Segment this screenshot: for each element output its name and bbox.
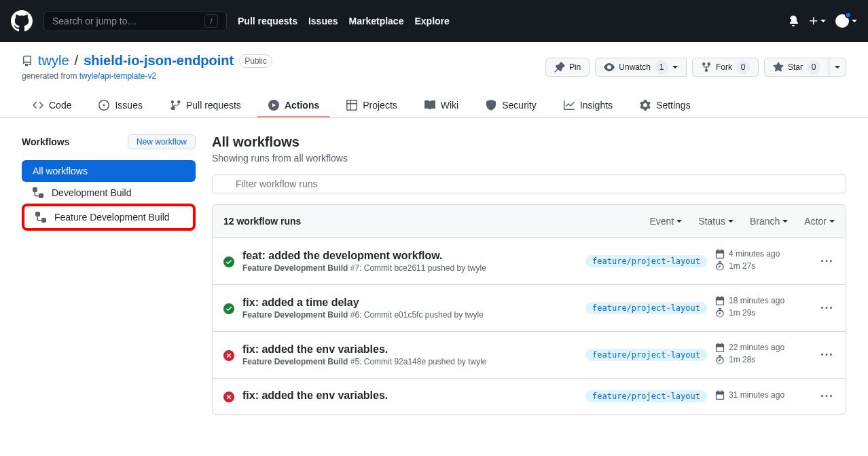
tab-projects[interactable]: Projects (336, 94, 408, 117)
sidebar-item-feature-development-build[interactable]: Feature Development Build (22, 204, 196, 231)
run-menu-button[interactable] (818, 391, 835, 402)
chevron-down-icon (728, 220, 734, 223)
star-menu-button[interactable] (829, 58, 846, 77)
repo-tabs: CodeIssuesPull requestsActionsProjectsWi… (22, 94, 846, 117)
workflow-icon (35, 212, 46, 223)
workflows-content: All workflows Showing runs from all work… (212, 134, 846, 415)
workflow-run[interactable]: fix: added the env variables.Feature Dev… (213, 332, 846, 379)
repo-name-link[interactable]: shield-io-json-endpoint (84, 53, 234, 69)
branch-label[interactable]: feature/project-layout (585, 302, 707, 314)
new-workflow-button[interactable]: New workflow (128, 134, 196, 149)
nav-pull-requests[interactable]: Pull requests (238, 16, 297, 26)
create-menu[interactable] (808, 16, 826, 26)
run-title: fix: added the env variables. (242, 343, 577, 356)
run-menu-button[interactable] (818, 256, 835, 267)
nav-marketplace[interactable]: Marketplace (349, 16, 404, 26)
repo-actions: Pin Unwatch 1 Fork 0 Star 0 (545, 58, 846, 77)
filter-event[interactable]: Event (649, 216, 682, 227)
avatar (835, 14, 849, 28)
run-menu-button[interactable] (818, 303, 835, 314)
chevron-down-icon (852, 20, 857, 22)
run-meta: 31 minutes ago (715, 390, 810, 402)
tab-icon (424, 100, 435, 111)
repo-owner-link[interactable]: twyle (38, 53, 69, 69)
repo-title-block: twyle / shield-io-json-endpoint Public g… (22, 53, 272, 81)
calendar-icon (715, 343, 725, 352)
workflow-run[interactable]: feat: added the development workflow.Fea… (213, 238, 846, 285)
sidebar-item-all-workflows[interactable]: All workflows (22, 160, 196, 182)
filter-runs-input[interactable] (212, 174, 846, 193)
calendar-icon (715, 249, 725, 259)
nav-explore[interactable]: Explore (414, 16, 449, 26)
tab-security[interactable]: Security (475, 94, 547, 117)
tab-icon (564, 100, 575, 111)
run-menu-button[interactable] (818, 349, 835, 360)
tab-issues[interactable]: Issues (88, 94, 153, 117)
visibility-badge: Public (239, 54, 272, 68)
tab-code[interactable]: Code (22, 94, 82, 117)
run-meta: 22 minutes ago1m 28s (715, 343, 810, 367)
kebab-icon (821, 391, 832, 402)
sidebar-item-development-build[interactable]: Development Build (22, 182, 196, 204)
fork-button[interactable]: Fork 0 (692, 58, 759, 77)
eye-icon (604, 62, 615, 73)
runs-list: 12 workflow runs EventStatusBranchActor … (212, 204, 846, 415)
nav-issues[interactable]: Issues (308, 16, 338, 26)
header-right (788, 14, 857, 28)
kebab-icon (821, 349, 832, 360)
tab-actions[interactable]: Actions (257, 94, 330, 117)
runs-count: 12 workflow runs (223, 216, 301, 227)
github-logo-icon[interactable] (11, 10, 33, 32)
tab-icon (346, 100, 357, 111)
chevron-down-icon (676, 220, 682, 223)
run-title: feat: added the development workflow. (242, 250, 577, 262)
sidebar-title: Workflows (22, 136, 70, 147)
run-title: fix: added a time delay (242, 297, 577, 309)
watch-count: 1 (655, 60, 668, 74)
tab-insights[interactable]: Insights (553, 94, 623, 117)
stopwatch-icon (715, 308, 725, 318)
fork-icon (701, 62, 712, 73)
pin-button[interactable]: Pin (545, 58, 590, 77)
failure-icon (223, 392, 234, 402)
calendar-icon (715, 390, 725, 400)
calendar-icon (715, 296, 725, 305)
page-title: All workflows (212, 134, 846, 150)
success-icon (223, 256, 234, 267)
branch-label[interactable]: feature/project-layout (585, 390, 707, 402)
header-left: Search or jump to… / Pull requests Issue… (11, 10, 450, 32)
pin-icon (554, 62, 565, 73)
repo-header: twyle / shield-io-json-endpoint Public g… (0, 42, 868, 118)
template-repo-link[interactable]: twyle/api-template-v2 (79, 71, 156, 81)
chevron-down-icon (835, 66, 840, 69)
unwatch-button[interactable]: Unwatch 1 (595, 58, 687, 77)
run-description: Feature Development Build #5: Commit 92a… (242, 357, 577, 366)
workflow-icon (33, 187, 43, 198)
filter-actor[interactable]: Actor (804, 216, 835, 227)
filter-branch[interactable]: Branch (750, 216, 788, 227)
tab-settings[interactable]: Settings (629, 94, 702, 117)
sidebar-item-label: Development Build (52, 187, 132, 198)
branch-label[interactable]: feature/project-layout (585, 255, 707, 267)
tab-pull-requests[interactable]: Pull requests (159, 94, 252, 117)
tab-icon (98, 100, 109, 111)
star-button[interactable]: Star 0 (764, 58, 829, 77)
workflow-run[interactable]: fix: added a time delayFeature Developme… (213, 285, 846, 332)
filter-status[interactable]: Status (698, 216, 734, 227)
bell-icon[interactable] (788, 16, 799, 26)
page-subtitle: Showing runs from all workflows (212, 153, 846, 164)
branch-label[interactable]: feature/project-layout (585, 349, 707, 361)
stopwatch-icon (715, 261, 725, 271)
run-description: Feature Development Build #7: Commit bce… (242, 263, 577, 273)
tab-wiki[interactable]: Wiki (414, 94, 469, 117)
tab-icon (33, 100, 43, 111)
user-menu[interactable] (835, 14, 857, 28)
plus-icon (808, 16, 819, 26)
search-input[interactable]: Search or jump to… / (43, 11, 227, 31)
workflow-run[interactable]: fix: added the env variables.feature/pro… (213, 379, 846, 414)
global-header: Search or jump to… / Pull requests Issue… (0, 0, 868, 42)
failure-icon (223, 350, 234, 361)
run-meta: 4 minutes ago1m 27s (715, 249, 810, 273)
run-meta: 18 minutes ago1m 29s (715, 296, 810, 320)
workflows-sidebar: Workflows New workflow All workflowsDeve… (22, 134, 196, 415)
